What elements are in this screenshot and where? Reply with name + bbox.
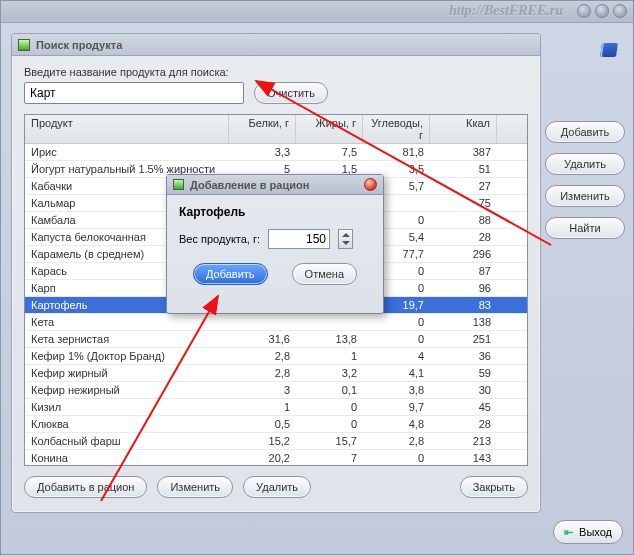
table-row[interactable]: Кефир 1% (Доктор Бранд)2,81436 bbox=[25, 348, 527, 365]
table-cell: 15,7 bbox=[296, 435, 363, 447]
dialog-product-name: Картофель bbox=[179, 205, 371, 219]
table-cell: 51 bbox=[430, 163, 497, 175]
table-cell: 15,2 bbox=[229, 435, 296, 447]
dialog-close-icon[interactable] bbox=[364, 178, 377, 191]
side-add-button[interactable]: Добавить bbox=[545, 121, 625, 143]
table-cell: 3 bbox=[229, 384, 296, 396]
table-cell: 4,8 bbox=[363, 418, 430, 430]
table-row[interactable]: Клюква0,504,828 bbox=[25, 416, 527, 433]
table-row[interactable]: Кефир жирный2,83,24,159 bbox=[25, 365, 527, 382]
table-cell: 9,7 bbox=[363, 401, 430, 413]
weight-input[interactable] bbox=[268, 229, 330, 249]
exit-button[interactable]: ⇤ Выход bbox=[553, 520, 623, 544]
table-cell: 20,2 bbox=[229, 452, 296, 464]
table-cell: Кефир 1% (Доктор Бранд) bbox=[25, 350, 229, 362]
table-cell: 31,6 bbox=[229, 333, 296, 345]
dialog-titlebar[interactable]: Добавление в рацион bbox=[167, 175, 383, 195]
table-cell: 81,8 bbox=[363, 146, 430, 158]
minimize-icon[interactable] bbox=[577, 4, 591, 18]
table-cell: 1 bbox=[229, 401, 296, 413]
side-edit-button[interactable]: Изменить bbox=[545, 185, 625, 207]
table-cell: 387 bbox=[430, 146, 497, 158]
dialog-title: Добавление в рацион bbox=[190, 179, 358, 191]
table-cell: Кета bbox=[25, 316, 229, 328]
table-cell: Колбасный фарш bbox=[25, 435, 229, 447]
table-row[interactable]: Кефир нежирный30,13,830 bbox=[25, 382, 527, 399]
table-cell: 251 bbox=[430, 333, 497, 345]
col-carb[interactable]: Углеводы, г bbox=[363, 115, 430, 143]
table-cell: Кефир жирный bbox=[25, 367, 229, 379]
table-row[interactable]: Конина20,270143 bbox=[25, 450, 527, 466]
window-controls bbox=[577, 4, 627, 18]
side-delete-button[interactable]: Удалить bbox=[545, 153, 625, 175]
col-fat[interactable]: Жиры, г bbox=[296, 115, 363, 143]
table-header: Продукт Белки, г Жиры, г Углеводы, г Кка… bbox=[25, 115, 527, 144]
side-panel: Добавить Удалить Изменить Найти bbox=[545, 61, 625, 239]
col-kcal[interactable]: Ккал bbox=[430, 115, 497, 143]
table-cell: 2,8 bbox=[363, 435, 430, 447]
table-cell: 0 bbox=[363, 333, 430, 345]
edit-button[interactable]: Изменить bbox=[157, 476, 233, 498]
table-cell: 2,8 bbox=[229, 350, 296, 362]
table-cell: 4,1 bbox=[363, 367, 430, 379]
close-button[interactable]: Закрыть bbox=[460, 476, 528, 498]
table-cell: 3,8 bbox=[363, 384, 430, 396]
table-cell: 75 bbox=[430, 197, 497, 209]
watermark-text: http://BestFREE.ru bbox=[449, 3, 563, 19]
table-cell: Кета зернистая bbox=[25, 333, 229, 345]
weight-spinner[interactable] bbox=[338, 229, 353, 249]
dialog-cancel-button[interactable]: Отмена bbox=[292, 263, 357, 285]
table-cell: 96 bbox=[430, 282, 497, 294]
table-cell: 30 bbox=[430, 384, 497, 396]
table-cell: 3,2 bbox=[296, 367, 363, 379]
table-cell: 7,5 bbox=[296, 146, 363, 158]
table-cell: 87 bbox=[430, 265, 497, 277]
search-input[interactable] bbox=[24, 82, 244, 104]
table-cell: 0 bbox=[296, 418, 363, 430]
table-cell: Кефир нежирный bbox=[25, 384, 229, 396]
table-row[interactable]: Колбасный фарш15,215,72,8213 bbox=[25, 433, 527, 450]
table-cell: 45 bbox=[430, 401, 497, 413]
app-titlebar: http://BestFREE.ru bbox=[1, 1, 633, 23]
table-cell: 0 bbox=[363, 316, 430, 328]
clear-button[interactable]: Очистить bbox=[254, 82, 328, 104]
table-row[interactable]: Кета зернистая31,613,80251 bbox=[25, 331, 527, 348]
maximize-icon[interactable] bbox=[595, 4, 609, 18]
exit-icon: ⇤ bbox=[564, 526, 573, 539]
close-icon[interactable] bbox=[613, 4, 627, 18]
table-row[interactable]: Кизил109,745 bbox=[25, 399, 527, 416]
add-to-ration-button[interactable]: Добавить в рацион bbox=[24, 476, 147, 498]
add-dialog: Добавление в рацион Картофель Вес продук… bbox=[166, 174, 384, 314]
table-cell: 36 bbox=[430, 350, 497, 362]
table-cell: 83 bbox=[430, 299, 497, 311]
table-cell: Клюква bbox=[25, 418, 229, 430]
dialog-icon bbox=[173, 179, 184, 190]
side-find-button[interactable]: Найти bbox=[545, 217, 625, 239]
table-cell: 88 bbox=[430, 214, 497, 226]
table-cell: 28 bbox=[430, 231, 497, 243]
col-protein[interactable]: Белки, г bbox=[229, 115, 296, 143]
table-cell: 7 bbox=[296, 452, 363, 464]
table-cell: 143 bbox=[430, 452, 497, 464]
table-cell: 138 bbox=[430, 316, 497, 328]
table-cell: 27 bbox=[430, 180, 497, 192]
table-cell: 0 bbox=[363, 452, 430, 464]
dialog-add-button[interactable]: Добавить bbox=[193, 263, 268, 285]
exit-label: Выход bbox=[579, 526, 612, 538]
table-row[interactable]: Кета0138 bbox=[25, 314, 527, 331]
table-row[interactable]: Ирис3,37,581,8387 bbox=[25, 144, 527, 161]
table-cell: Конина bbox=[25, 452, 229, 464]
table-cell: 59 bbox=[430, 367, 497, 379]
delete-button[interactable]: Удалить bbox=[243, 476, 311, 498]
table-cell: 28 bbox=[430, 418, 497, 430]
table-cell: 296 bbox=[430, 248, 497, 260]
table-cell: 213 bbox=[430, 435, 497, 447]
book-icon[interactable] bbox=[600, 43, 618, 57]
search-window-titlebar: Поиск продукта bbox=[12, 34, 540, 56]
app-icon bbox=[18, 39, 30, 51]
col-product[interactable]: Продукт bbox=[25, 115, 229, 143]
table-cell: 1 bbox=[296, 350, 363, 362]
search-window-title: Поиск продукта bbox=[36, 39, 122, 51]
table-cell: 0 bbox=[296, 401, 363, 413]
table-cell: 13,8 bbox=[296, 333, 363, 345]
